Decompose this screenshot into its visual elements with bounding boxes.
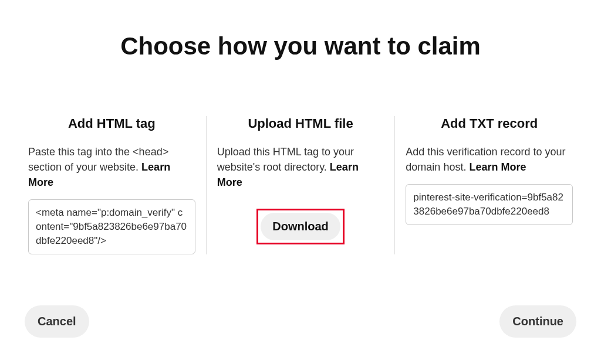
- download-button[interactable]: Download: [261, 213, 340, 240]
- download-highlight: Download: [256, 209, 345, 244]
- option-title-txt: Add TXT record: [406, 116, 573, 131]
- option-desc-html-tag: Paste this tag into the <head> section o…: [28, 144, 195, 190]
- options-container: Add HTML tag Paste this tag into the <he…: [0, 116, 601, 254]
- option-add-html-tag: Add HTML tag Paste this tag into the <he…: [18, 116, 206, 254]
- option-desc-upload: Upload this HTML tag to your website's r…: [217, 144, 384, 190]
- option-add-txt-record: Add TXT record Add this verification rec…: [395, 116, 583, 254]
- option-desc-txt: Add this verification record to your dom…: [406, 144, 573, 175]
- footer-buttons: Cancel Continue: [0, 305, 601, 338]
- learn-more-link-txt[interactable]: Learn More: [469, 161, 526, 173]
- page-title: Choose how you want to claim: [0, 32, 601, 60]
- txt-record-code-box[interactable]: pinterest-site-verification=9bf5a823826b…: [406, 184, 573, 225]
- html-tag-code-box[interactable]: <meta name="p:domain_verify" content="9b…: [28, 199, 195, 254]
- download-wrap: Download: [217, 209, 384, 244]
- option-title-html-tag: Add HTML tag: [28, 116, 195, 131]
- option-title-upload: Upload HTML file: [217, 116, 384, 131]
- option-upload-html-file: Upload HTML file Upload this HTML tag to…: [206, 116, 396, 254]
- cancel-button[interactable]: Cancel: [25, 305, 89, 338]
- continue-button[interactable]: Continue: [499, 305, 576, 338]
